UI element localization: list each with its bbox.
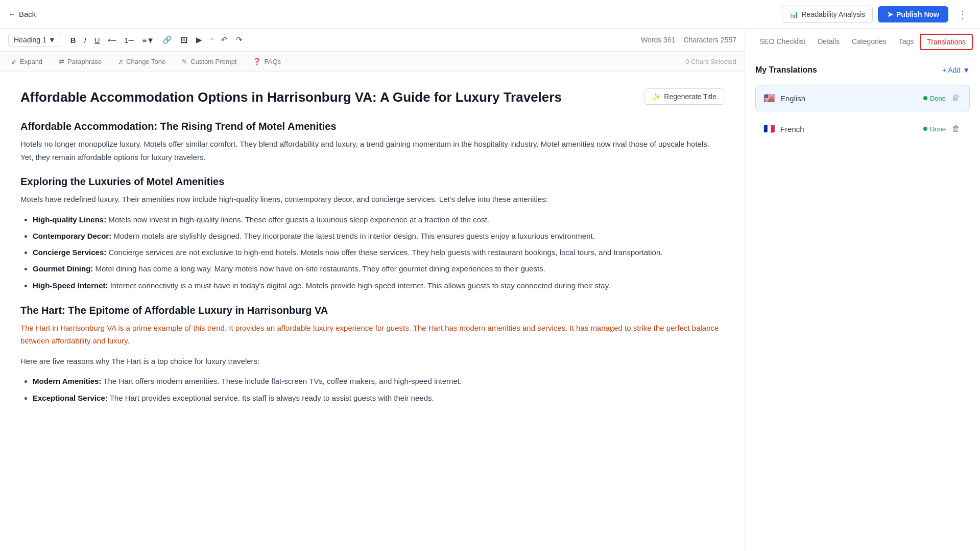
delete-english-button[interactable]: 🗑 [950,91,962,105]
delete-french-button[interactable]: 🗑 [950,122,962,135]
lang-french: French [780,125,923,133]
quote-icon: “ [210,36,213,44]
readability-analysis-button[interactable]: 📊 Readability Analysis [782,6,873,23]
section-heading-3: The Hart: The Epitome of Affordable Luxu… [20,305,724,316]
trash-icon: 🗑 [952,124,960,133]
bold-icon: B [70,36,76,44]
bullet-list-icon: •─ [108,36,116,44]
list-item: Modern Amenities: The Hart offers modern… [33,375,724,388]
tab-details[interactable]: Details [811,30,846,54]
heading-value: Heading 1 [14,36,46,44]
more-icon: ⋮ [958,9,968,20]
change-tone-button[interactable]: ♬ Change Tone [115,56,169,67]
top-bar-right: 📊 Readability Analysis ➤ Publish Now ⋮ [782,6,972,23]
numbered-list-button[interactable]: 1─ [121,33,137,47]
underline-icon: U [94,36,100,44]
align-icon: ≡ [142,36,147,44]
top-bar: ← Back 📊 Readability Analysis ➤ Publish … [0,0,980,29]
tab-tags[interactable]: Tags [893,30,920,54]
add-translation-button[interactable]: + Add ▼ [942,66,970,74]
italic-button[interactable]: I [81,33,89,47]
quote-button[interactable]: “ [207,33,216,47]
more-options-button[interactable]: ⋮ [953,6,972,22]
back-arrow-icon: ← [8,10,16,18]
link-icon: 🔗 [162,35,172,44]
flag-us: 🇺🇸 [763,94,775,103]
tab-tags-label: Tags [899,37,914,45]
tab-categories[interactable]: Categories [846,30,893,54]
align-chevron-icon: ▼ [147,36,154,44]
link-button[interactable]: 🔗 [159,33,175,47]
paraphrase-label: Paraphrase [67,58,102,65]
tab-details-label: Details [818,37,840,45]
regen-label: Regenerate Title [664,93,716,101]
paraphrase-icon: ⇄ [59,58,64,65]
align-button[interactable]: ≡ ▼ [139,33,157,47]
expand-label: Expand [20,58,42,65]
list-item: Gourmet Dining: Motel dining has come a … [33,262,724,276]
article-title-text[interactable]: Affordable Accommodation Options in Harr… [20,88,634,106]
expand-button[interactable]: ⇙ Expand [8,56,45,67]
trash-icon: 🗑 [952,94,960,102]
lang-english: English [780,94,923,103]
translation-item-english[interactable]: 🇺🇸 English Done 🗑 [755,85,970,111]
french-status: Done [930,125,946,133]
section-2-list: High-quality Linens: Motels now invest i… [20,213,724,292]
faqs-icon: ❓ [253,58,261,65]
prompt-icon: ✎ [182,58,187,65]
tab-seo-label: SEO Checklist [759,37,805,45]
media-icon: ▶ [196,35,202,44]
image-button[interactable]: 🖼 [177,33,191,47]
hart-section: The Hart in Harrisonburg VA is a prime e… [20,322,724,405]
faqs-button[interactable]: ❓ FAQs [250,56,284,67]
bullet-list-button[interactable]: •─ [105,33,119,47]
content-area: Affordable Accommodation Options in Harr… [0,72,745,551]
readability-icon: 📊 [790,10,798,18]
translation-item-french[interactable]: 🇫🇷 French Done 🗑 [755,116,970,142]
regenerate-title-button[interactable]: ✨ Regenerate Title [644,88,724,105]
section-1-para-1: Hotels no longer monopolize luxury. Mote… [20,137,724,164]
tab-translations-label: Translations [927,38,966,46]
hart-para-1: The Hart in Harrisonburg VA is a prime e… [20,322,724,348]
back-button[interactable]: ← Back [8,10,36,18]
tab-translations[interactable]: Translations [920,34,973,50]
tab-categories-label: Categories [852,37,887,45]
readability-label: Readability Analysis [801,10,865,18]
publish-label: Publish Now [896,10,939,18]
media-button[interactable]: ▶ [193,33,205,47]
ai-toolbar: ⇙ Expand ⇄ Paraphrase ♬ Change Tone ✎ Cu… [0,52,745,72]
numbered-list-icon: 1─ [124,36,134,44]
hart-list: Modern Amenities: The Hart offers modern… [20,375,724,405]
bold-button[interactable]: B [67,33,79,47]
sidebar-content: My Translations + Add ▼ 🇺🇸 English Done … [745,55,980,551]
section-heading-2: Exploring the Luxuries of Motel Amenitie… [20,176,724,188]
english-status: Done [930,95,946,102]
italic-icon: I [84,36,86,44]
main-layout: Heading 1 ▼ B I U •─ 1─ ≡ ▼ 🔗 [0,29,980,551]
list-item: Concierge Services: Concierge services a… [33,246,724,259]
list-item: High-Speed Internet: Internet connectivi… [33,279,724,292]
word-count: Words 361 Characters 2557 [641,36,736,44]
paraphrase-button[interactable]: ⇄ Paraphrase [56,56,105,67]
undo-button[interactable]: ↶ [218,33,231,47]
chevron-down-icon: ▼ [49,36,56,44]
words-label: Words 361 [641,36,675,44]
hart-para-2: Here are five reasons why The Hart is a … [20,355,724,368]
redo-icon: ↷ [236,35,243,44]
tab-seo-checklist[interactable]: SEO Checklist [753,30,811,54]
done-dot [923,127,927,131]
english-done-badge: Done [923,95,946,102]
characters-label: Characters 2557 [683,36,736,44]
editor-area: Heading 1 ▼ B I U •─ 1─ ≡ ▼ 🔗 [0,29,745,551]
section-2-para-1: Motels have redefined luxury. Their amen… [20,193,724,206]
redo-button[interactable]: ↷ [233,33,246,47]
sidebar: SEO Checklist Details Categories Tags Tr… [745,29,980,551]
heading-select[interactable]: Heading 1 ▼ [8,33,61,47]
formatting-toolbar: Heading 1 ▼ B I U •─ 1─ ≡ ▼ 🔗 [0,29,745,52]
tone-icon: ♬ [118,58,123,65]
publish-now-button[interactable]: ➤ Publish Now [878,6,948,22]
underline-button[interactable]: U [91,33,103,47]
done-dot [923,96,927,100]
flag-fr: 🇫🇷 [763,124,775,133]
custom-prompt-button[interactable]: ✎ Custom Prompt [179,56,240,67]
